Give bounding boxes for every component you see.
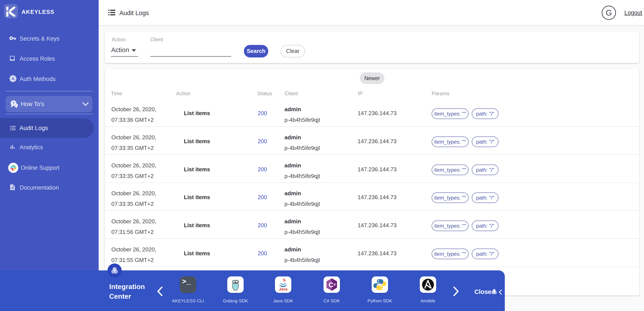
svg-text:C: C — [328, 281, 334, 289]
svg-text:Java: Java — [279, 287, 288, 291]
svg-text:A: A — [12, 77, 14, 81]
svg-text:?: ? — [12, 101, 14, 105]
svg-text:#: # — [334, 282, 336, 286]
